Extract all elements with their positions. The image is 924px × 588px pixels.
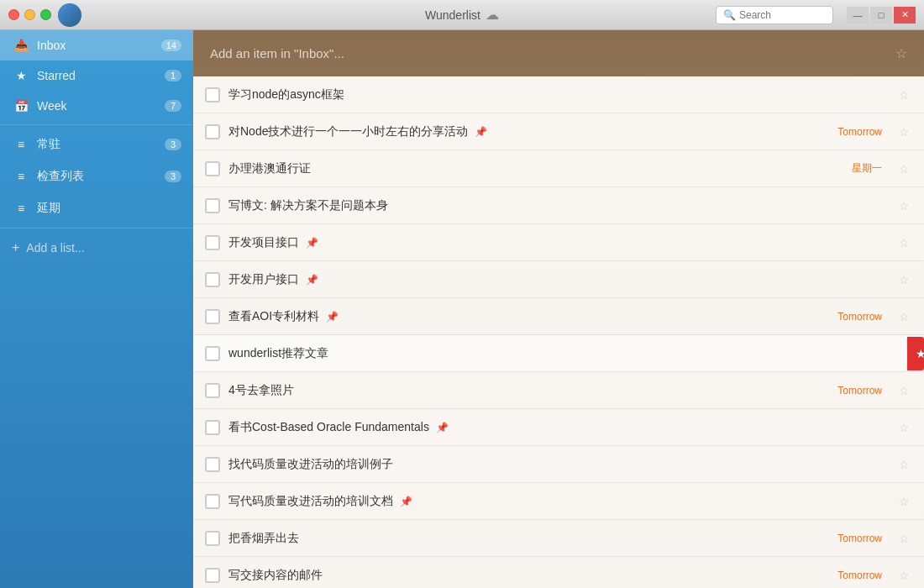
task-text: 写交接内容的邮件: [228, 568, 829, 583]
star-icon: ★: [12, 69, 30, 82]
search-icon: 🔍: [723, 9, 736, 21]
maximize-btn[interactable]: [40, 9, 51, 20]
task-item: 4号去拿照片 Tomorrow ☆: [193, 372, 924, 409]
changzhu-badge: 3: [165, 139, 181, 150]
task-text: 把香烟弄出去: [228, 531, 829, 546]
header-star-icon[interactable]: ☆: [895, 45, 907, 61]
task-star-icon[interactable]: ☆: [895, 310, 912, 323]
task-star-icon[interactable]: ☆: [895, 88, 912, 102]
win-close-btn[interactable]: ✕: [894, 7, 916, 24]
starred-label: Starred: [37, 69, 165, 82]
add-item-text: Add an item in "Inbox"...: [210, 46, 344, 60]
content-bg: Add an item in "Inbox"... ☆ 学习node的async…: [193, 30, 924, 588]
task-item: 查看AOI专利材料 📌 Tomorrow ☆: [193, 298, 924, 335]
sidebar-item-inbox[interactable]: 📥 Inbox 14: [0, 30, 193, 60]
task-item: 写博文: 解决方案不是问题本身 ☆: [193, 187, 924, 224]
task-checkbox[interactable]: [205, 124, 220, 139]
task-text: 办理港澳通行证: [228, 161, 843, 176]
task-due: Tomorrow: [837, 126, 882, 138]
task-checkbox[interactable]: [205, 235, 220, 250]
list-icon-1: ≡: [12, 138, 30, 151]
sidebar-item-changzhu[interactable]: ≡ 常驻 3: [0, 129, 193, 160]
task-due: Tomorrow: [837, 570, 882, 581]
add-list-btn[interactable]: + Add a list...: [0, 232, 193, 264]
week-badge: 7: [165, 100, 181, 112]
calendar-icon: 📅: [12, 99, 30, 113]
window-controls: [8, 9, 51, 20]
task-star-icon[interactable]: ☆: [895, 495, 912, 508]
task-checkbox[interactable]: [205, 383, 220, 398]
pin-icon: 📌: [306, 274, 318, 286]
sidebar-divider-2: [0, 228, 193, 228]
yanqi-label: 延期: [37, 201, 181, 216]
task-checkbox[interactable]: [205, 346, 220, 361]
task-text: 找代码质量改进活动的培训例子: [228, 457, 887, 472]
close-btn[interactable]: [8, 9, 19, 20]
add-icon: +: [12, 240, 19, 255]
search-area: 🔍 — □ ✕: [716, 6, 916, 24]
task-star-icon[interactable]: ☆: [895, 569, 912, 582]
task-item: 办理港澳通行证 星期一 ☆: [193, 150, 924, 187]
task-text: 开发用户接口 📌: [228, 272, 887, 287]
task-star-icon[interactable]: ★: [907, 337, 924, 370]
jianchalist-label: 检查列表: [37, 169, 165, 184]
task-due: Tomorrow: [837, 533, 882, 544]
sidebar-divider-1: [0, 124, 193, 125]
app-title: Wunderlist ☁: [425, 7, 499, 23]
win-controls: — □ ✕: [847, 7, 916, 24]
task-item: wunderlist推荐文章 ★: [193, 335, 924, 372]
pin-icon: 📌: [475, 126, 487, 138]
add-list-label: Add a list...: [26, 241, 84, 255]
task-checkbox[interactable]: [205, 272, 220, 287]
titlebar: Wunderlist ☁ 🔍 — □ ✕: [0, 0, 924, 30]
task-star-icon[interactable]: ☆: [895, 421, 912, 434]
task-checkbox[interactable]: [205, 531, 220, 546]
task-star-icon[interactable]: ☆: [895, 162, 912, 176]
task-checkbox[interactable]: [205, 309, 220, 324]
task-text: 看书Cost-Based Oracle Fundamentals 📌: [228, 420, 887, 435]
task-due: Tomorrow: [837, 311, 882, 323]
list-icon-2: ≡: [12, 170, 30, 183]
add-item-header[interactable]: Add an item in "Inbox"... ☆: [193, 30, 924, 76]
search-box[interactable]: 🔍: [716, 6, 833, 24]
task-text: 4号去拿照片: [228, 383, 829, 398]
task-text: 写博文: 解决方案不是问题本身: [228, 198, 887, 213]
task-item: 对Node技术进行一个一一小时左右的分享活动 📌 Tomorrow ☆: [193, 113, 924, 150]
sidebar-item-starred[interactable]: ★ Starred 1: [0, 60, 193, 91]
list-icon-3: ≡: [12, 202, 30, 215]
task-item: 找代码质量改进活动的培训例子 ☆: [193, 446, 924, 483]
task-star-icon[interactable]: ☆: [895, 384, 912, 397]
win-minimize-btn[interactable]: —: [847, 7, 869, 24]
minimize-btn[interactable]: [24, 9, 35, 20]
sidebar-item-jianchalist[interactable]: ≡ 检查列表 3: [0, 160, 193, 192]
task-star-icon[interactable]: ☆: [895, 236, 912, 249]
content-area: Add an item in "Inbox"... ☆ 学习node的async…: [193, 30, 924, 588]
inbox-icon: 📥: [12, 39, 30, 52]
task-text: wunderlist推荐文章: [228, 346, 899, 361]
task-item: 开发用户接口 📌 ☆: [193, 261, 924, 298]
task-star-icon[interactable]: ☆: [895, 199, 912, 213]
task-due: Tomorrow: [837, 385, 882, 396]
pin-icon: 📌: [326, 311, 339, 323]
task-checkbox[interactable]: [205, 161, 220, 176]
task-checkbox[interactable]: [205, 457, 220, 472]
task-star-icon[interactable]: ☆: [895, 273, 912, 286]
task-item: 学习node的async框架 ☆: [193, 76, 924, 113]
task-star-icon[interactable]: ☆: [895, 458, 912, 471]
task-checkbox[interactable]: [205, 420, 220, 435]
task-checkbox[interactable]: [205, 494, 220, 509]
task-text: 学习node的async框架: [228, 87, 887, 102]
task-star-icon[interactable]: ☆: [895, 125, 912, 139]
task-star-icon[interactable]: ☆: [895, 532, 912, 545]
cloud-icon: ☁: [486, 7, 499, 23]
task-checkbox[interactable]: [205, 87, 220, 102]
sidebar-item-week[interactable]: 📅 Week 7: [0, 91, 193, 121]
win-maximize-btn[interactable]: □: [870, 7, 892, 24]
task-checkbox[interactable]: [205, 568, 220, 583]
sidebar-item-yanqi[interactable]: ≡ 延期: [0, 192, 193, 224]
task-checkbox[interactable]: [205, 198, 220, 213]
search-input[interactable]: [739, 9, 826, 21]
task-item: 看书Cost-Based Oracle Fundamentals 📌 ☆: [193, 409, 924, 446]
avatar[interactable]: [58, 3, 81, 27]
pin-icon: 📌: [400, 496, 412, 507]
